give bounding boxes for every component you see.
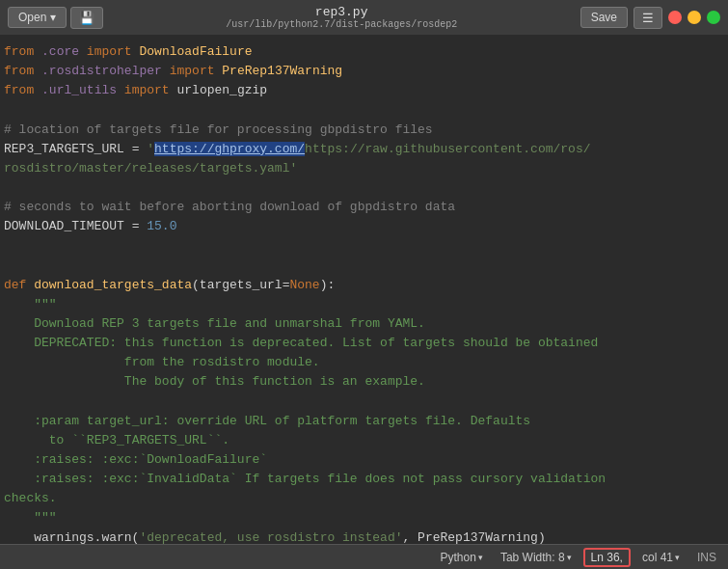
open-button[interactable]: Open ▾: [8, 7, 67, 28]
col-chevron: ▾: [675, 553, 680, 562]
mode-indicator: INS: [691, 549, 722, 566]
titlebar-left: Open ▾ 💾: [8, 7, 103, 29]
titlebar-center: rep3.py /usr/lib/python2.7/dist-packages…: [226, 5, 457, 30]
language-label: Python: [441, 551, 476, 564]
menu-button[interactable]: ☰: [634, 7, 662, 29]
statusbar: Python ▾ Tab Width: 8 ▾ Ln 36, col 41 ▾ …: [0, 544, 728, 569]
tab-width-chevron: ▾: [567, 553, 572, 562]
open-label: Open: [18, 11, 46, 24]
editor[interactable]: from .core import DownloadFailure from .…: [0, 35, 728, 544]
save-icon-button[interactable]: 💾: [70, 7, 103, 29]
tab-width-label: Tab Width: 8: [500, 551, 565, 564]
mode-label: INS: [697, 551, 716, 564]
maximize-button[interactable]: [707, 11, 720, 24]
titlebar: Open ▾ 💾 rep3.py /usr/lib/python2.7/dist…: [0, 0, 728, 35]
language-selector[interactable]: Python ▾: [435, 549, 489, 566]
close-button[interactable]: [668, 11, 682, 24]
col-label: col 41: [642, 551, 673, 564]
titlebar-right: Save ☰: [580, 7, 720, 29]
language-chevron: ▾: [478, 553, 483, 562]
col-indicator[interactable]: col 41 ▾: [636, 549, 686, 566]
line-col-indicator[interactable]: Ln 36,: [583, 548, 631, 567]
code-content: from .core import DownloadFailure from .…: [4, 42, 724, 544]
filename: rep3.py: [315, 5, 368, 19]
filepath: /usr/lib/python2.7/dist-packages/rosdep2: [226, 19, 457, 30]
tab-width-selector[interactable]: Tab Width: 8 ▾: [495, 549, 578, 566]
save-button[interactable]: Save: [580, 7, 628, 28]
minimize-button[interactable]: [688, 11, 701, 24]
line-col-label: Ln 36,: [591, 551, 623, 564]
